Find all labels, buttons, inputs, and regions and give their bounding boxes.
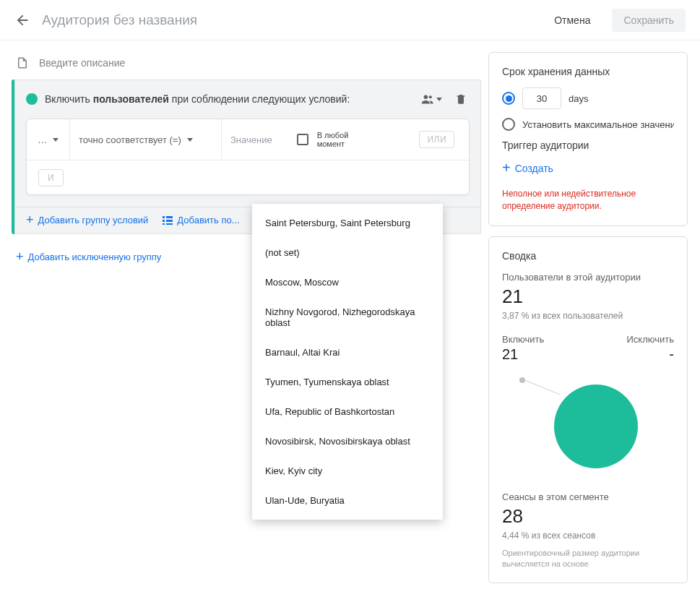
retention-days-input[interactable]: 30 bbox=[522, 87, 561, 109]
cancel-button[interactable]: Отмена bbox=[544, 9, 600, 32]
suggestion-item[interactable]: Kiev, Kyiv city bbox=[252, 456, 443, 486]
back-button[interactable] bbox=[14, 12, 30, 28]
operator-selector[interactable]: точно соответствует (=) bbox=[70, 119, 222, 160]
add-condition-group-button[interactable]: + Добавить группу условий bbox=[26, 215, 148, 225]
chevron-down-icon bbox=[187, 138, 193, 142]
save-button: Сохранить bbox=[612, 9, 686, 32]
description-row[interactable]: Введите описание bbox=[12, 52, 481, 80]
value-cell: Значение В любой момент ИЛИ bbox=[222, 119, 469, 160]
plus-icon: + bbox=[26, 217, 34, 223]
suggestion-item[interactable]: Tyumen, Tyumenskaya oblast bbox=[252, 367, 443, 397]
exclude-value: - bbox=[627, 346, 675, 363]
suggestion-item[interactable]: Saint Petersburg, Saint Petersburg bbox=[252, 208, 443, 238]
audience-editor: Введите описание Включить пользователей … bbox=[12, 52, 481, 280]
summary-footnote: Ориентировочный размер аудитории вычисля… bbox=[502, 548, 674, 570]
plus-icon: + bbox=[16, 254, 24, 260]
retention-card: Срок хранения данных 30 days Установить … bbox=[488, 52, 688, 226]
svg-point-0 bbox=[424, 95, 428, 100]
value-input[interactable]: Значение bbox=[230, 134, 272, 145]
add-sequence-button[interactable]: Добавить по... bbox=[163, 215, 239, 225]
audience-title[interactable]: Аудитория без названия bbox=[42, 12, 532, 28]
days-unit: days bbox=[569, 93, 588, 104]
value-suggestions-dropdown: Saint Petersburg, Saint Petersburg (not … bbox=[252, 204, 443, 520]
radio-unselected-icon bbox=[502, 118, 515, 131]
dimension-selector[interactable]: … bbox=[27, 119, 70, 160]
anytime-checkbox[interactable] bbox=[297, 134, 308, 145]
anytime-label: В любой момент bbox=[317, 131, 349, 148]
sessions-pct: 4,44 % из всех сеансов bbox=[502, 530, 674, 541]
summary-card: Сводка Пользователи в этой аудитории 21 … bbox=[488, 236, 688, 584]
validation-error: Неполное или недействительное определени… bbox=[502, 188, 674, 212]
summary-title: Сводка bbox=[502, 250, 674, 262]
retention-days-option[interactable]: 30 days bbox=[502, 87, 674, 109]
retention-title: Срок хранения данных bbox=[502, 66, 674, 77]
description-placeholder: Введите описание bbox=[39, 57, 125, 69]
exclude-label: Исключить bbox=[627, 334, 675, 345]
document-icon bbox=[16, 56, 29, 69]
add-excluded-group-button[interactable]: + Добавить исключенную группу bbox=[12, 234, 165, 280]
side-panels: Срок хранения данных 30 days Установить … bbox=[488, 52, 688, 583]
group-header: Включить пользователей при соблюдении сл… bbox=[14, 80, 481, 119]
pie-fill-icon bbox=[554, 385, 638, 468]
suggestion-item[interactable]: Novosibirsk, Novosibirskaya oblast bbox=[252, 426, 443, 456]
scope-menu[interactable] bbox=[418, 90, 445, 108]
svg-point-1 bbox=[429, 95, 432, 98]
and-button[interactable]: И bbox=[38, 169, 64, 186]
chevron-down-icon bbox=[53, 138, 59, 142]
delete-group-button[interactable] bbox=[452, 90, 470, 108]
plus-icon: + bbox=[502, 160, 511, 176]
suggestion-item[interactable]: Ulan-Ude, Buryatia bbox=[252, 486, 443, 515]
summary-chart bbox=[502, 367, 674, 476]
suggestion-item[interactable]: Nizhny Novgorod, Nizhegorodskaya oblast bbox=[252, 297, 443, 338]
include-label: Включить bbox=[502, 334, 544, 345]
radio-selected-icon bbox=[502, 92, 515, 105]
users-label: Пользователи в этой аудитории bbox=[502, 272, 674, 283]
chart-line-icon bbox=[524, 379, 560, 395]
or-button[interactable]: ИЛИ bbox=[419, 131, 454, 148]
group-title: Включить пользователей при соблюдении сл… bbox=[45, 93, 410, 105]
header-bar: Аудитория без названия Отмена Сохранить bbox=[0, 0, 700, 40]
suggestion-item[interactable]: Barnaul, Altai Krai bbox=[252, 338, 443, 367]
suggestion-item[interactable]: Moscow, Moscow bbox=[252, 267, 443, 297]
rule-card: … точно соответствует (=) Значение В люб… bbox=[26, 119, 470, 195]
sessions-label: Сеансы в этом сегменте bbox=[502, 491, 674, 502]
suggestion-item[interactable]: Ufa, Republic of Bashkortostan bbox=[252, 397, 443, 426]
suggestion-item[interactable]: (not set) bbox=[252, 238, 443, 267]
arrow-left-icon bbox=[14, 12, 30, 28]
people-icon bbox=[420, 93, 436, 106]
include-value: 21 bbox=[502, 346, 544, 363]
trigger-title: Триггер аудитории bbox=[502, 139, 674, 151]
include-indicator-icon bbox=[26, 93, 38, 105]
trash-icon bbox=[455, 93, 467, 106]
retention-max-option[interactable]: Установить максимальное значение bbox=[502, 118, 674, 131]
sessions-value: 28 bbox=[502, 505, 674, 528]
chevron-down-icon bbox=[436, 98, 442, 101]
users-value: 21 bbox=[502, 285, 674, 308]
users-pct: 3,87 % из всех пользователей bbox=[502, 311, 674, 321]
create-trigger-button[interactable]: + Создать bbox=[502, 158, 553, 178]
